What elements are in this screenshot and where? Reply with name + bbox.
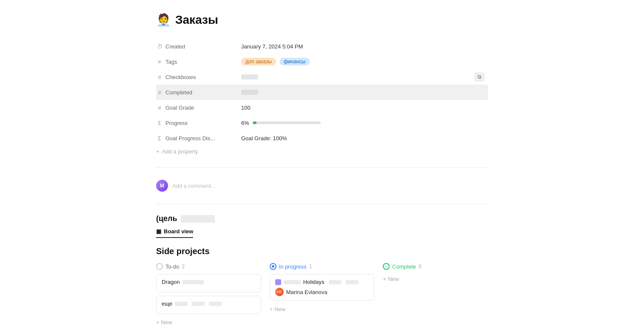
comment-placeholder[interactable]: Add a comment... bbox=[172, 183, 216, 189]
page-title: Заказы bbox=[175, 13, 218, 27]
eshche-blurred-2 bbox=[192, 302, 205, 306]
inprogress-status-icon bbox=[270, 263, 276, 270]
plus-icon-add-property: + bbox=[156, 148, 160, 155]
tag-dop-zakazy[interactable]: доп заказы bbox=[241, 58, 276, 65]
complete-count: 0 bbox=[419, 263, 422, 269]
comment-row[interactable]: M Add a comment... bbox=[156, 176, 488, 195]
hash-icon-1: # bbox=[156, 74, 163, 80]
goal-prefix: (цель bbox=[156, 214, 177, 223]
goal-title: (цель bbox=[156, 214, 488, 223]
marina-avatar: ME bbox=[275, 288, 284, 296]
page-emoji: 🧑‍💼 bbox=[156, 13, 171, 27]
dragon-blurred bbox=[182, 280, 204, 284]
add-property-row[interactable]: + Add a property bbox=[156, 146, 488, 157]
board-columns: To-do 2 Dragon еще bbox=[156, 263, 488, 327]
property-row-goal-grade: # Goal Grade 100 bbox=[156, 100, 488, 115]
holidays-card-icon bbox=[275, 279, 281, 285]
checkboxes-blurred bbox=[241, 74, 258, 79]
column-header-inprogress: In progress 1 bbox=[270, 263, 375, 270]
holidays-blurred-right-2 bbox=[346, 280, 359, 284]
properties-section: ⏱ Created January 7, 2024 5:04 PM ≡ Tags… bbox=[156, 39, 488, 157]
board-view-label: Board view bbox=[164, 228, 193, 235]
hash-icon-3: # bbox=[156, 105, 163, 111]
comment-user-avatar: M bbox=[156, 180, 168, 192]
tags-label: ≡ Tags bbox=[156, 59, 241, 65]
complete-status-icon: ✓ bbox=[383, 263, 390, 270]
checkboxes-label: # Checkboxes bbox=[156, 74, 241, 80]
board-view-icon: ▦ bbox=[156, 228, 161, 235]
property-row-checkboxes: # Checkboxes ⧉ bbox=[156, 69, 488, 85]
property-row-goal-progress-dis: Σ Goal Progress Dis... Goal Grade: 100% bbox=[156, 130, 488, 146]
progress-bar-track bbox=[253, 122, 321, 124]
property-row-completed: # Completed bbox=[156, 85, 488, 100]
inprogress-add-new[interactable]: + New bbox=[270, 304, 375, 314]
progress-percent-text: 6% bbox=[241, 120, 249, 126]
completed-value[interactable] bbox=[241, 90, 488, 95]
column-header-complete: ✓ Complete 0 bbox=[383, 263, 488, 270]
eshche-blurred-3 bbox=[209, 302, 222, 306]
plus-icon-inprogress: + bbox=[270, 306, 273, 312]
goal-section: (цель ▦ Board view Side projects To-do 2 bbox=[156, 214, 488, 327]
column-header-todo: To-do 2 bbox=[156, 263, 261, 270]
property-row-progress: Σ Progress 6% bbox=[156, 115, 488, 130]
goal-title-blurred bbox=[181, 215, 215, 223]
holidays-blurred-right-1 bbox=[329, 280, 342, 284]
column-todo: To-do 2 Dragon еще bbox=[156, 263, 261, 327]
sigma-icon-2: Σ bbox=[156, 135, 163, 142]
goal-grade-value[interactable]: 100 bbox=[241, 105, 488, 111]
page-title-row: 🧑‍💼 Заказы bbox=[156, 13, 488, 27]
board-view-tab[interactable]: ▦ Board view bbox=[156, 228, 193, 238]
task-card-eshche[interactable]: еще bbox=[156, 296, 261, 314]
property-row-tags: ≡ Tags доп заказы финансы bbox=[156, 54, 488, 69]
task-card-holidays-title: Holidays bbox=[275, 279, 369, 285]
sigma-icon-1: Σ bbox=[156, 120, 163, 126]
tags-icon: ≡ bbox=[156, 59, 163, 65]
copy-button[interactable]: ⧉ bbox=[475, 73, 484, 81]
progress-bar-fill bbox=[253, 122, 257, 124]
page-container: 🧑‍💼 Заказы ⏱ Created January 7, 2024 5:0… bbox=[139, 0, 505, 334]
column-complete: ✓ Complete 0 + New bbox=[383, 263, 488, 284]
marina-name: Marina Evlanova bbox=[286, 289, 328, 295]
created-label: ⏱ Created bbox=[156, 43, 241, 50]
plus-icon-todo: + bbox=[156, 319, 160, 326]
created-value: January 7, 2024 5:04 PM bbox=[241, 43, 488, 50]
column-inprogress: In progress 1 Holidays ME Marina Evlanov… bbox=[270, 263, 375, 314]
goal-progress-dis-label: Σ Goal Progress Dis... bbox=[156, 135, 241, 142]
clock-icon: ⏱ bbox=[156, 43, 163, 50]
todo-add-new[interactable]: + New bbox=[156, 317, 261, 327]
plus-icon-complete: + bbox=[383, 276, 386, 282]
divider-2 bbox=[156, 204, 488, 204]
task-card-holidays[interactable]: Holidays ME Marina Evlanova bbox=[270, 274, 375, 301]
property-row-created: ⏱ Created January 7, 2024 5:04 PM bbox=[156, 39, 488, 54]
inprogress-count: 1 bbox=[309, 263, 312, 269]
goal-grade-label: # Goal Grade bbox=[156, 105, 241, 111]
todo-status-icon bbox=[156, 263, 163, 270]
progress-label: Σ Progress bbox=[156, 120, 241, 126]
task-card-dragon[interactable]: Dragon bbox=[156, 274, 261, 292]
todo-label: To-do bbox=[165, 263, 180, 270]
task-card-eshche-title: еще bbox=[162, 300, 256, 307]
complete-add-new[interactable]: + New bbox=[383, 274, 488, 284]
divider-1 bbox=[156, 167, 488, 168]
tag-finansy[interactable]: финансы bbox=[279, 58, 310, 65]
inprogress-label: In progress bbox=[279, 263, 307, 270]
task-card-dragon-title: Dragon bbox=[162, 279, 256, 285]
hash-icon-2: # bbox=[156, 89, 163, 96]
eshche-blurred-1 bbox=[175, 302, 188, 306]
goal-progress-dis-value: Goal Grade: 100% bbox=[241, 135, 488, 142]
task-card-holidays-meta: ME Marina Evlanova bbox=[275, 288, 369, 296]
holidays-blurred-left bbox=[284, 280, 301, 284]
tags-value[interactable]: доп заказы финансы bbox=[241, 58, 488, 65]
progress-bar-container: 6% bbox=[241, 120, 321, 126]
completed-label: # Completed bbox=[156, 89, 241, 96]
complete-label: Complete bbox=[392, 263, 416, 270]
progress-value: 6% bbox=[241, 120, 488, 126]
checkboxes-value[interactable]: ⧉ bbox=[241, 74, 488, 79]
todo-count: 2 bbox=[182, 263, 185, 269]
completed-blurred bbox=[241, 90, 258, 95]
board-section-title: Side projects bbox=[156, 246, 488, 256]
